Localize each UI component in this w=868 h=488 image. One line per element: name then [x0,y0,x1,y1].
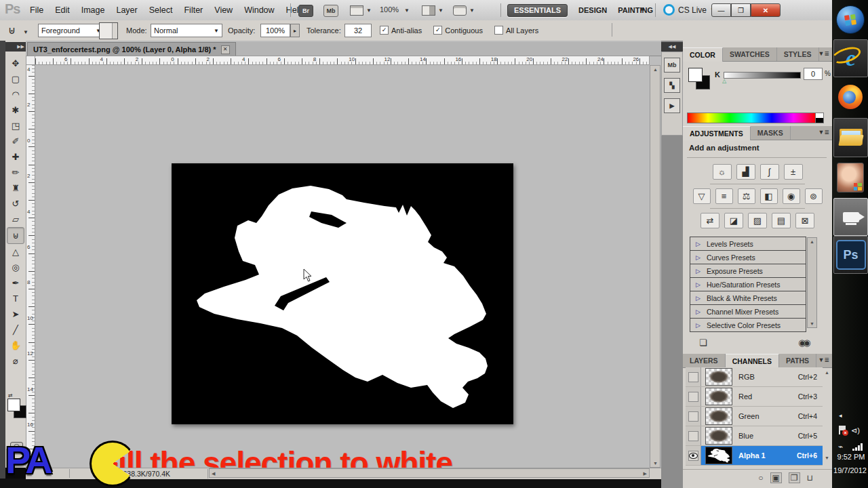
pen-tool[interactable]: ✒ [7,275,24,291]
save-selection-icon[interactable]: ▣ [770,472,782,483]
expander-triangle-icon[interactable]: ▷ [696,254,701,261]
curves-icon[interactable]: ∫ [760,164,779,180]
paint-bucket-tool-icon[interactable]: ⊎ [8,24,16,37]
dock-collapse-button[interactable]: ◀◀ [661,42,683,52]
panel-menu-icon[interactable]: ▼≣ [818,357,829,363]
history-brush-tool[interactable]: ↺ [7,196,24,211]
clone-stamp-tool[interactable]: ♜ [7,180,24,196]
hand-tool[interactable]: ✋ [7,338,24,353]
visibility-toggle[interactable] [686,367,701,386]
k-slider-handle[interactable]: △ [722,78,726,84]
close-button[interactable]: ✕ [751,3,781,17]
magic-wand-tool[interactable]: ✱ [7,102,24,118]
menu-item[interactable]: View [214,5,233,15]
zoom-tool[interactable]: ⌀ [7,353,24,369]
fill-color-swatch[interactable] [99,22,118,39]
mini-bridge-button[interactable]: Mb [323,5,338,17]
color-balance-icon[interactable]: ⚖ [738,188,755,204]
blur-tool[interactable]: △ [7,244,24,260]
black-white-icon[interactable]: ◧ [760,188,778,204]
action-center-icon[interactable]: × [838,426,846,434]
checkbox-icon[interactable]: ✓ [380,26,389,35]
delete-channel-icon[interactable]: ⊔ [807,473,813,483]
mode-select[interactable]: Normal ▼ [151,24,222,37]
menu-item[interactable]: File [30,5,43,15]
mini-bridge-dock-icon[interactable]: Mb [664,58,680,73]
option-checkbox[interactable]: ✓ Anti-alias [380,26,422,35]
type-tool[interactable]: T [7,291,24,306]
zoom-level-caret[interactable]: ▼ [404,7,410,14]
messenger-taskbar-button[interactable] [833,159,867,197]
arrange-documents-icon[interactable] [422,5,435,16]
checkbox-icon[interactable]: ✓ [494,26,503,35]
crop-tool[interactable]: ◳ [7,118,24,134]
channel-mixer-icon[interactable]: ⊚ [805,188,823,204]
arrange-documents-caret[interactable]: ▼ [438,7,443,14]
tool-preset-caret[interactable]: ▼ [23,29,28,35]
document-tab[interactable]: UT3_enforcertest.png @ 100% (Layer 0, Al… [27,42,236,56]
panel-menu-icon[interactable]: ▼≣ [818,129,829,136]
visibility-toggle[interactable] [686,446,701,465]
kuler-dock-icon[interactable]: ▚ [664,78,680,93]
start-button[interactable] [836,5,865,34]
channel-row[interactable]: Red Ctrl+3 [686,387,823,407]
black-white-ramp-end[interactable] [815,113,824,123]
cs-live-button[interactable]: CS Live ▼ [663,4,715,16]
scroll-up-icon[interactable]: ▲ [825,370,829,375]
scroll-up-icon[interactable]: ▲ [810,239,814,244]
checkbox-icon[interactable]: ✓ [433,26,442,35]
presets-scrollbar[interactable]: ▲ ▼ [807,237,817,328]
toolbar-collapse-button[interactable]: ▶▶ [5,42,26,52]
threshold-icon[interactable]: ▨ [748,213,767,228]
paint-bucket-tool[interactable]: ⊎ [7,227,24,244]
expander-triangle-icon[interactable]: ▷ [696,268,701,274]
opacity-spinner[interactable]: ▸ [290,24,300,37]
selective-color-icon[interactable]: ⊠ [795,213,814,228]
brightness-contrast-icon[interactable]: ☼ [713,164,732,180]
zoom-level-control[interactable]: 100% [380,5,399,14]
firefox-taskbar-button[interactable] [833,79,867,115]
k-slider-track[interactable] [724,72,801,79]
posterize-icon[interactable]: ◪ [724,213,743,228]
path-selection-tool[interactable]: ➤ [7,306,24,322]
workspace-overflow-chevron[interactable]: » [640,4,645,14]
visibility-toggle[interactable] [686,387,701,406]
tolerance-input[interactable]: 32 [344,24,372,37]
actions-dock-icon[interactable]: ▶ [664,98,680,113]
preset-row[interactable]: ▷ Channel Mixer Presets [690,304,806,319]
restore-button[interactable]: ❐ [731,3,751,17]
show-hidden-icons-button[interactable]: ◂ [839,412,842,419]
expander-triangle-icon[interactable]: ▷ [696,295,701,302]
expander-triangle-icon[interactable]: ▷ [696,281,701,288]
scroll-right-icon[interactable]: ▶ [644,471,647,476]
scroll-down-icon[interactable]: ▼ [825,455,829,460]
dodge-tool[interactable]: ◎ [7,260,24,275]
channel-row[interactable]: Alpha 1 Ctrl+6 [686,446,823,466]
scroll-left-icon[interactable]: ◀ [212,471,215,476]
exposure-icon[interactable]: ± [784,164,803,180]
menu-item[interactable]: Layer [116,5,137,15]
levels-icon[interactable]: ▟ [736,164,755,180]
preset-row[interactable]: ▷ Levels Presets [690,237,806,251]
menu-item[interactable]: Filter [184,5,203,15]
gradient-map-icon[interactable]: ▤ [772,213,791,228]
panel-tab[interactable]: LAYERS [683,354,726,367]
scroll-down-icon[interactable]: ▼ [653,461,658,466]
scroll-down-icon[interactable]: ▼ [810,321,814,326]
line-tool[interactable]: ╱ [7,322,24,338]
panel-tab[interactable]: STYLES [777,47,819,61]
channel-row[interactable]: Blue Ctrl+5 [686,426,823,446]
minimize-button[interactable]: — [711,3,731,17]
preset-row[interactable]: ▷ Hue/Saturation Presets [690,277,806,291]
panel-tab[interactable]: SWATCHES [723,47,777,61]
canvas-viewport[interactable]: Fill the selection to white [35,65,650,468]
option-checkbox[interactable]: ✓ All Layers [494,26,538,35]
option-checkbox[interactable]: ✓ Contiguous [433,26,483,35]
power-plug-icon[interactable]: ⌁ [838,442,843,451]
expander-triangle-icon[interactable]: ▷ [696,322,701,329]
view-extras-icon[interactable] [350,5,363,16]
channel-row[interactable]: RGB Ctrl+2 [686,367,823,387]
scroll-up-icon[interactable]: ▲ [653,67,658,72]
workspace-button[interactable]: PAINTING [618,5,653,16]
menu-item[interactable]: Select [149,5,173,15]
